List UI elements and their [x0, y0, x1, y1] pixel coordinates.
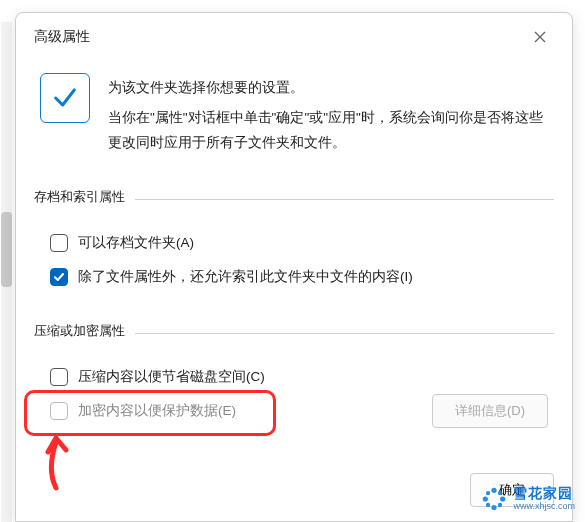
background-scrollbar: [1, 22, 12, 522]
index-checkbox[interactable]: [50, 268, 68, 286]
dialog-content: 为该文件夹选择你想要的设置。 当你在"属性"对话框中单击"确定"或"应用"时，系…: [16, 59, 572, 446]
watermark: 雪花家园 www.xhjsc.com: [481, 486, 575, 512]
header-section: 为该文件夹选择你想要的设置。 当你在"属性"对话框中单击"确定"或"应用"时，系…: [34, 67, 554, 178]
encrypt-label: 加密内容以便保护数据(E): [78, 402, 236, 420]
svg-point-7: [498, 503, 502, 507]
header-line-1: 为该文件夹选择你想要的设置。: [108, 75, 554, 101]
compress-group-title: 压缩或加密属性: [34, 322, 554, 346]
dialog-title: 高级属性: [34, 28, 90, 46]
watermark-name: 雪花家园: [513, 486, 575, 501]
archive-index-group: 存档和索引属性 可以存档文件夹(A) 除了文件属性外，还允许索引此文件夹中文件的…: [34, 188, 554, 312]
encrypt-checkbox: [50, 402, 68, 420]
compress-checkbox-row[interactable]: 压缩内容以便节省磁盘空间(C): [50, 360, 548, 394]
svg-point-1: [492, 505, 497, 510]
advanced-attributes-dialog: 高级属性 为该文件夹选择你想要的设置。 当你在"属性"对话框中单击"确定"或"应…: [15, 12, 573, 522]
svg-point-5: [498, 491, 502, 495]
svg-point-0: [492, 488, 497, 493]
svg-point-4: [486, 491, 490, 495]
header-text: 为该文件夹选择你想要的设置。 当你在"属性"对话框中单击"确定"或"应用"时，系…: [108, 73, 554, 160]
archive-checkbox[interactable]: [50, 234, 68, 252]
watermark-logo-icon: [481, 486, 507, 512]
close-icon: [534, 31, 546, 43]
compress-encrypt-group: 压缩或加密属性 压缩内容以便节省磁盘空间(C) 加密内容以便保护数据(E) 详细…: [34, 322, 554, 446]
svg-point-6: [486, 503, 490, 507]
compress-label: 压缩内容以便节省磁盘空间(C): [78, 368, 265, 386]
svg-point-2: [483, 496, 488, 501]
details-button: 详细信息(D): [432, 394, 548, 428]
checkmark-icon: [53, 271, 65, 283]
settings-check-icon: [40, 73, 90, 123]
encrypt-checkbox-row: 加密内容以便保护数据(E): [50, 394, 236, 428]
close-button[interactable]: [522, 23, 558, 51]
index-label: 除了文件属性外，还允许索引此文件夹中文件的内容(I): [78, 268, 413, 286]
compress-checkbox[interactable]: [50, 368, 68, 386]
watermark-url: www.xhjsc.com: [513, 502, 575, 512]
header-line-2: 当你在"属性"对话框中单击"确定"或"应用"时，系统会询问你是否将这些更改同时应…: [108, 105, 554, 156]
index-checkbox-row[interactable]: 除了文件属性外，还允许索引此文件夹中文件的内容(I): [50, 260, 548, 294]
svg-point-3: [501, 496, 506, 501]
archive-label: 可以存档文件夹(A): [78, 234, 194, 252]
archive-checkbox-row[interactable]: 可以存档文件夹(A): [50, 226, 548, 260]
titlebar: 高级属性: [16, 13, 572, 59]
archive-group-title: 存档和索引属性: [34, 188, 554, 212]
